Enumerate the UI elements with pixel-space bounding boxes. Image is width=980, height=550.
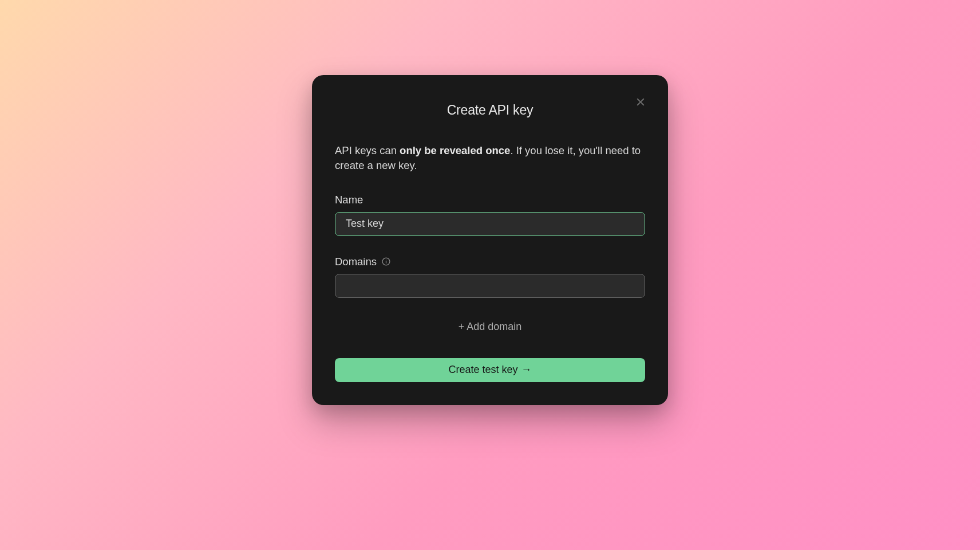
warning-text: API keys can only be revealed once. If y… bbox=[335, 143, 645, 173]
domains-label: Domains bbox=[335, 256, 645, 268]
name-input[interactable] bbox=[335, 212, 645, 236]
modal-title: Create API key bbox=[335, 103, 645, 118]
create-key-button[interactable]: Create test key → bbox=[335, 358, 645, 382]
domains-field-group: Domains bbox=[335, 256, 645, 298]
name-label: Name bbox=[335, 194, 645, 206]
domain-input[interactable] bbox=[335, 274, 645, 298]
close-button[interactable] bbox=[634, 96, 647, 109]
arrow-right-icon: → bbox=[521, 364, 532, 376]
svg-point-4 bbox=[386, 260, 386, 260]
info-icon[interactable] bbox=[381, 257, 391, 266]
name-field-group: Name bbox=[335, 194, 645, 236]
add-domain-button[interactable]: + Add domain bbox=[335, 321, 645, 333]
close-icon bbox=[635, 97, 646, 109]
create-api-key-modal: Create API key API keys can only be reve… bbox=[312, 75, 668, 405]
